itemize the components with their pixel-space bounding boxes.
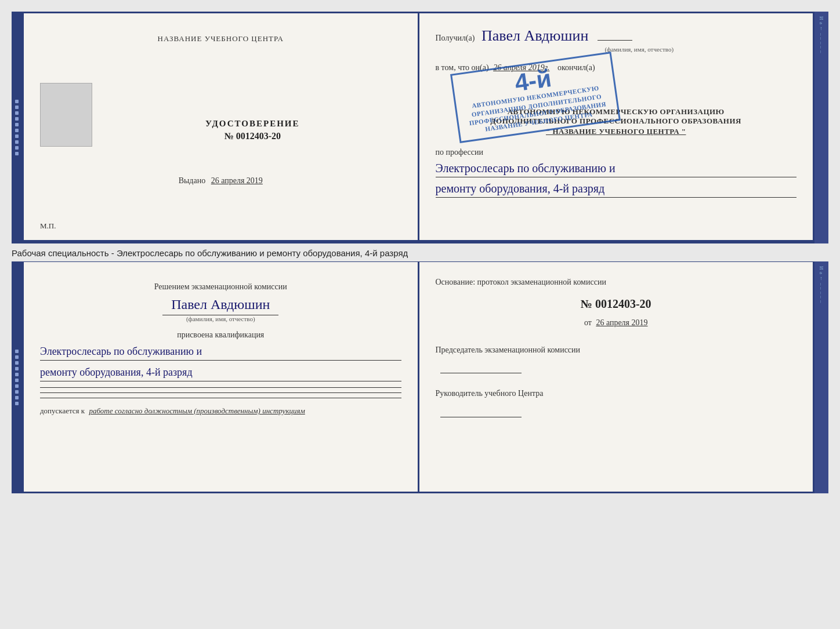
bottom-name-area: Павел Авдюшин (фамилия, имя, отчество): [40, 297, 401, 322]
basis-block: Основание: протокол экзаменационной коми…: [436, 276, 797, 417]
spine-dot-b: [15, 402, 19, 405]
cert-info: УДОСТОВЕРЕНИЕ № 0012403-20: [104, 119, 401, 141]
mp-label: М.П.: [40, 221, 56, 231]
spine-dash-4: –: [819, 46, 824, 49]
chairman-block: Председатель экзаменационной комиссии: [436, 344, 797, 373]
spine-dash-2: –: [819, 37, 824, 40]
fio-label-area: (фамилия, имя, отчество): [482, 46, 797, 53]
profession-line2: ремонту оборудования, 4-й разряд: [436, 180, 797, 198]
doc-number: № 0012403-20: [104, 131, 401, 141]
institution-label: НАЗВАНИЕ УЧЕБНОГО ЦЕНТРА: [158, 34, 284, 43]
profession-line1: Электрослесарь по обслуживанию и: [436, 159, 797, 177]
spine-dot-b: [15, 350, 19, 353]
assigned-label: присвоена квалификация: [40, 330, 401, 340]
spine-dot-b: [15, 384, 19, 388]
spine-b-dash4: –: [819, 296, 824, 299]
page-container: НАЗВАНИЕ УЧЕБНОГО ЦЕНТРА УДОСТОВЕРЕНИЕ №…: [12, 12, 828, 493]
between-text: Рабочая специальность - Электрослесарь п…: [12, 243, 828, 261]
spine-b-и: И: [819, 266, 824, 270]
chairman-signature: [440, 373, 522, 373]
spine-dot: [15, 129, 19, 132]
fio-label-top: (фамилия, имя, отчество): [482, 46, 797, 53]
spine-dot: [15, 134, 19, 138]
chairman-sig-line: [436, 361, 797, 373]
right-spine-bottom: И а ← – – – – –: [814, 261, 828, 493]
spine-dot-b: [15, 367, 19, 370]
issued-line: Выдано 26 апреля 2019: [40, 176, 401, 186]
spine-dot-b: [15, 373, 19, 376]
left-spine-top: [12, 12, 22, 243]
profession-label: по профессии: [436, 148, 797, 157]
top-document: НАЗВАНИЕ УЧЕБНОГО ЦЕНТРА УДОСТОВЕРЕНИЕ №…: [22, 12, 814, 243]
issued-date: 26 апреля 2019: [211, 176, 263, 185]
name-underline: [598, 40, 632, 41]
institution-label-area: НАЗВАНИЕ УЧЕБНОГО ЦЕНТРА: [40, 33, 401, 43]
spine-dot: [15, 100, 19, 103]
spine-b-arrow: ←: [819, 276, 824, 281]
spine-b-dash1: –: [819, 283, 824, 286]
allowed-block: допускается к работе согласно должностны…: [40, 406, 401, 416]
spine-dot-b: [15, 390, 19, 394]
director-signature: [440, 417, 522, 417]
spine-dot: [15, 117, 19, 121]
spine-dot: [15, 152, 19, 155]
left-spine-bottom: [12, 261, 22, 493]
spine-b-dash3: –: [819, 292, 824, 294]
spine-text-а: а: [819, 22, 824, 24]
date-line-bottom: от 26 апреля 2019: [436, 316, 797, 330]
spine-b-dash2: –: [819, 287, 824, 290]
spine-dash-3: –: [819, 42, 824, 45]
recipient-name: Павел Авдюшин: [481, 27, 588, 44]
top-left-page: НАЗВАНИЕ УЧЕБНОГО ЦЕНТРА УДОСТОВЕРЕНИЕ №…: [24, 13, 419, 240]
spine-text-arrow: ←: [819, 26, 824, 31]
bottom-person-name: Павел Авдюшин: [40, 297, 401, 312]
spine-dot-b: [15, 379, 19, 382]
allowed-label: допускается к: [40, 406, 85, 415]
fio-label-bottom: (фамилия, имя, отчество): [40, 315, 401, 322]
right-spine-top: И а ← – – – – –: [814, 12, 828, 243]
line-sep-1: [40, 387, 401, 388]
protocol-number: № 0012403-20: [436, 294, 797, 314]
decision-text: Решением экзаменационной комиссии: [40, 281, 401, 293]
doc-title: УДОСТОВЕРЕНИЕ: [104, 119, 401, 129]
director-block: Руководитель учебного Центра: [436, 387, 797, 417]
bottom-document-wrapper: Решением экзаменационной комиссии Павел …: [12, 261, 828, 493]
spine-dash-5: –: [819, 50, 824, 53]
qual-line1: Электрослесарь по обслуживанию и: [40, 343, 401, 361]
spine-pattern-left: [15, 100, 19, 155]
spine-dot-b: [15, 355, 19, 359]
director-label: Руководитель учебного Центра: [436, 387, 797, 399]
date-prefix: от: [584, 318, 592, 327]
chairman-label: Председатель экзаменационной комиссии: [436, 344, 797, 356]
qual-line2: ремонту оборудования, 4-й разряд: [40, 364, 401, 381]
basis-label: Основание: протокол экзаменационной коми…: [436, 276, 797, 288]
photo-placeholder: [40, 83, 92, 147]
between-text-content: Рабочая специальность - Электрослесарь п…: [12, 248, 408, 258]
spine-pattern-left-bottom: [15, 350, 19, 405]
top-right-page: Получил(а) Павел Авдюшин (фамилия, имя, …: [419, 13, 813, 240]
top-document-wrapper: НАЗВАНИЕ УЧЕБНОГО ЦЕНТРА УДОСТОВЕРЕНИЕ №…: [12, 12, 828, 243]
line-sep-2: [40, 392, 401, 393]
bottom-document: Решением экзаменационной комиссии Павел …: [22, 261, 814, 493]
spine-dot-b: [15, 361, 19, 365]
spine-text-и: И: [819, 16, 824, 20]
spine-dot: [15, 123, 19, 126]
spine-b-dash5: –: [819, 300, 824, 303]
date-value: 26 апреля 2019: [596, 318, 647, 327]
line-sep-3: [40, 398, 401, 398]
bottom-right-page: Основание: протокол экзаменационной коми…: [419, 262, 813, 492]
profession-block: по профессии Электрослесарь по обслужива…: [436, 148, 797, 198]
bottom-left-page: Решением экзаменационной комиссии Павел …: [24, 262, 419, 492]
qualification-block: присвоена квалификация Электрослесарь по…: [40, 330, 401, 381]
issued-label: Выдано: [179, 176, 206, 185]
spine-dot: [15, 111, 19, 115]
spine-dot: [15, 106, 19, 109]
spine-dash-1: –: [819, 33, 824, 36]
received-prefix: Получил(а): [436, 34, 475, 42]
director-sig-line: [436, 404, 797, 417]
spine-dot: [15, 146, 19, 150]
received-area: Получил(а) Павел Авдюшин: [436, 27, 797, 45]
spine-dot-b: [15, 396, 19, 399]
spine-b-а: а: [819, 272, 824, 274]
allowed-text: работе согласно должностным (производств…: [89, 406, 305, 415]
